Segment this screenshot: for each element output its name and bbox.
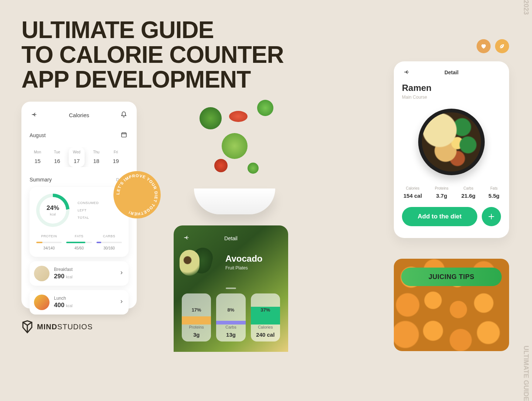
- avocado-image: [180, 250, 212, 272]
- svg-text:LET'S IMPROVE YOUR DIET TOGETH: LET'S IMPROVE YOUR DIET TOGETHER!: [116, 173, 158, 216]
- plus-button[interactable]: [482, 207, 501, 226]
- logo-mark-icon: [21, 320, 33, 333]
- ramen-title: Detail: [444, 69, 458, 75]
- calendar-icon[interactable]: [119, 130, 129, 140]
- ramen-subtitle: Main Course: [402, 95, 501, 100]
- brand-logo: MINDSTUDIOS: [21, 320, 93, 333]
- day-item[interactable]: Tue16: [49, 147, 65, 167]
- svg-rect-0: [122, 133, 126, 137]
- macro-protein: PROTEIN 34/140: [36, 234, 62, 250]
- avocado-card: Detail Avocado Fruit Plates 17% Proteins…: [174, 225, 288, 352]
- back-button[interactable]: [182, 233, 191, 244]
- ramen-proteins: Proteins3.7g: [435, 186, 449, 199]
- side-guide-label: ULTIMATE GUIDE: [522, 346, 530, 401]
- side-year: 2023: [522, 0, 530, 15]
- bell-icon[interactable]: [119, 110, 129, 120]
- heart-icon: [477, 39, 491, 53]
- avocado-title: Detail: [182, 235, 280, 241]
- ramen-name: Ramen: [402, 83, 501, 93]
- salad-image: [185, 100, 284, 214]
- ring-percent: 24%: [47, 204, 59, 212]
- chevron-right-icon: [119, 270, 124, 277]
- avocado-subtitle: Fruit Plates: [225, 265, 248, 271]
- nutri-calories: 37% Calories 240 cal: [251, 293, 280, 341]
- meal-image: [34, 295, 50, 310]
- progress-ring: 24% kcal: [36, 194, 69, 227]
- back-button[interactable]: [402, 67, 412, 78]
- meal-lunch[interactable]: Lunch 400kcal: [30, 290, 129, 315]
- diet-badge: LET'S IMPROVE YOUR DIET TOGETHER!: [113, 171, 161, 218]
- ramen-calories: Calories154 cal: [403, 186, 422, 199]
- chevron-right-icon: [119, 299, 124, 306]
- day-item[interactable]: Fri19: [108, 147, 124, 167]
- ring-unit: kcal: [50, 213, 56, 216]
- badge-row: [477, 39, 509, 53]
- page-title: ULTIMATE GUIDE TO CALORIE COUNTER APP DE…: [21, 18, 284, 92]
- leaf-icon: [495, 39, 509, 53]
- ring-legend: CONSUMED LEFT TOTAL: [78, 201, 99, 220]
- month-label: August: [30, 132, 46, 138]
- day-item-selected[interactable]: Wed17: [69, 147, 85, 167]
- avocado-name: Avocado: [225, 254, 262, 264]
- calories-title: Calories: [69, 112, 89, 118]
- macro-carbs: CARBS 30/160: [96, 234, 122, 250]
- meal-image: [34, 266, 50, 281]
- day-picker: Mon15 Tue16 Wed17 Thu18 Fri19 Sat20 Sat2…: [30, 147, 129, 167]
- nutri-proteins: 17% Proteins 3g: [182, 293, 211, 341]
- ramen-fats: Fats5.5g: [488, 186, 499, 199]
- day-item[interactable]: Mon15: [30, 147, 45, 167]
- juicing-card[interactable]: JUICING TIPS: [394, 259, 509, 351]
- macro-fats: FATS 45/60: [66, 234, 92, 250]
- ramen-carbs: Carbs21.6g: [461, 186, 475, 199]
- day-item[interactable]: Thu18: [88, 147, 104, 167]
- ramen-card: Detail Ramen Main Course Calories154 cal…: [394, 61, 509, 238]
- day-item[interactable]: Sat20: [127, 147, 129, 167]
- add-to-diet-button[interactable]: Add to the diet: [402, 207, 477, 226]
- back-button[interactable]: [30, 110, 39, 120]
- meal-breakfast[interactable]: Breakfast 290kcal: [30, 261, 129, 286]
- juicing-label: JUICING TIPS: [401, 268, 502, 286]
- nutri-carbs: 8% Carbs 13g: [216, 293, 245, 341]
- drag-handle[interactable]: [226, 288, 236, 289]
- ramen-image: [418, 109, 485, 175]
- summary-heading: Summary: [30, 177, 52, 183]
